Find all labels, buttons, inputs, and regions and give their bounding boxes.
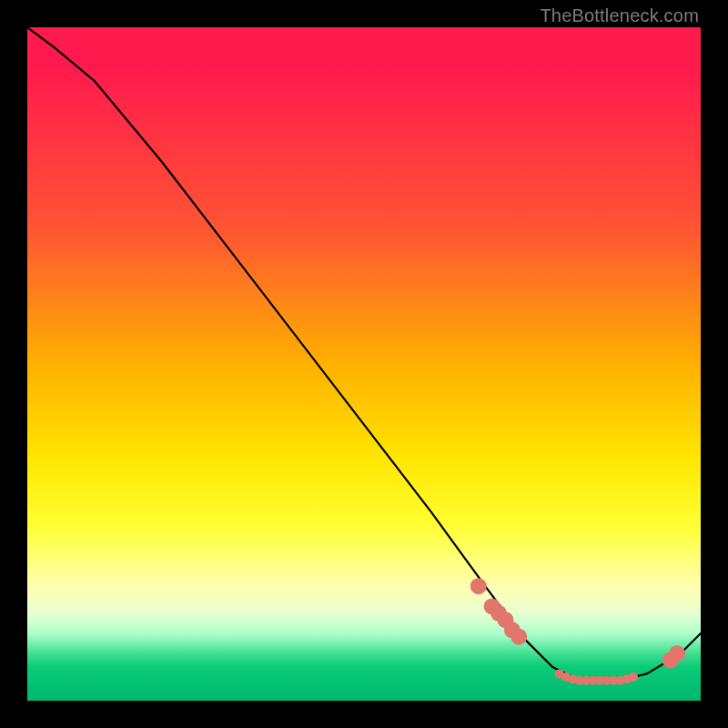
curve-line (27, 27, 701, 681)
marker-dot (669, 645, 685, 662)
marker-dot (470, 578, 487, 594)
chart-svg (27, 27, 701, 701)
watermark-text: TheBottleneck.com (540, 5, 699, 26)
marker-dot (511, 629, 527, 645)
marker-dot (629, 672, 638, 682)
plot-area (27, 27, 701, 701)
chart-frame: TheBottleneck.com (0, 0, 728, 728)
